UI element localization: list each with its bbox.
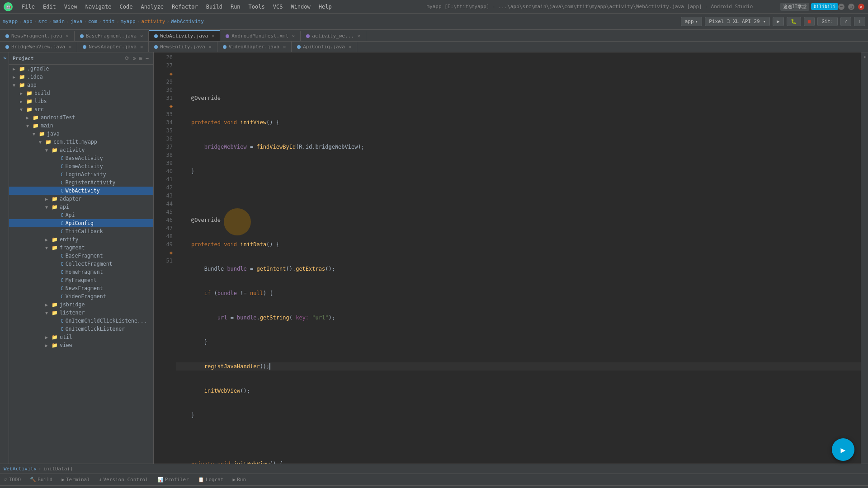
- tree-item-libs[interactable]: ▶ 📁 libs: [9, 97, 153, 105]
- bottom-breadcrumb-initdata[interactable]: initData(): [43, 466, 73, 472]
- app-selector[interactable]: app ▾: [681, 17, 703, 26]
- tree-item-util[interactable]: ▶ 📁 util: [9, 333, 153, 341]
- menu-build[interactable]: Build: [203, 3, 226, 11]
- sidebar-collapse-btn[interactable]: −: [145, 54, 150, 62]
- tree-item-app[interactable]: ▼ 📁 app: [9, 81, 153, 89]
- menu-edit[interactable]: Edit: [39, 3, 60, 11]
- stop-button[interactable]: ■: [804, 17, 815, 26]
- tree-item-idea[interactable]: ▶ 📁 .idea: [9, 73, 153, 81]
- tab-activity-xml[interactable]: activity_we... ✕: [301, 31, 366, 41]
- tree-item-onitemclick[interactable]: ▶ C OnItemClickListener: [9, 325, 153, 333]
- tab-basefragment-close[interactable]: ✕: [140, 33, 143, 38]
- tree-item-homeactivity[interactable]: ▶ C HomeActivity: [9, 162, 153, 170]
- run-button[interactable]: ▶: [773, 17, 784, 26]
- menu-file[interactable]: File: [18, 3, 38, 11]
- sidebar-expand-btn[interactable]: ⊞: [138, 54, 143, 62]
- menu-refactor[interactable]: Refactor: [168, 3, 202, 11]
- tree-item-videofragment[interactable]: ▶ C VideoFragment: [9, 292, 153, 300]
- bottom-tab-vcs[interactable]: ↕ Version Control: [96, 476, 151, 483]
- bottom-tab-todo[interactable]: ☑ TODO: [2, 476, 24, 483]
- tab-newsfragment-close[interactable]: ✕: [66, 33, 69, 38]
- tree-item-collectfragment[interactable]: ▶ C CollectFragment: [9, 260, 153, 268]
- menu-help[interactable]: Help: [315, 3, 335, 11]
- tree-item-ttitcallback[interactable]: ▶ C TtitCallback: [9, 227, 153, 235]
- tab-apiconfig-close[interactable]: ✕: [349, 44, 351, 49]
- tree-item-onitemchild[interactable]: ▶ C OnItemChildClickListene...: [9, 317, 153, 325]
- tree-item-fragment[interactable]: ▼ 📁 fragment: [9, 244, 153, 252]
- tree-item-apiconfig-class[interactable]: ▶ C ApiConfig: [9, 219, 153, 227]
- tab-webactivity-close[interactable]: ✕: [212, 33, 214, 38]
- tab-newsentity-close[interactable]: ✕: [209, 44, 212, 49]
- menu-view[interactable]: View: [61, 3, 81, 11]
- menu-tools[interactable]: Tools: [245, 3, 269, 11]
- breadcrumb-app[interactable]: app: [24, 19, 33, 24]
- brand-bilibili[interactable]: bilibili: [811, 3, 838, 10]
- right-panel-icon[interactable]: ≡: [862, 56, 868, 61]
- tree-item-gradle[interactable]: ▶ 📁 .gradle: [9, 65, 153, 73]
- vbar-project-icon[interactable]: P: [1, 54, 8, 61]
- git-push[interactable]: ↑: [854, 17, 865, 26]
- breadcrumb-main[interactable]: main: [53, 19, 65, 24]
- tab-videoadapter-close[interactable]: ✕: [283, 44, 286, 49]
- bottom-breadcrumb-webactivity[interactable]: WebActivity: [4, 466, 37, 472]
- sidebar-gear-btn[interactable]: ⚙: [132, 54, 137, 62]
- tree-item-build[interactable]: ▶ 📁 build: [9, 89, 153, 97]
- tree-item-activity-folder[interactable]: ▼ 📁 activity: [9, 146, 153, 154]
- tree-item-homefragment[interactable]: ▶ C HomeFragment: [9, 268, 153, 276]
- code-content[interactable]: @Override protected void initView() { br…: [176, 52, 861, 464]
- breadcrumb-src[interactable]: src: [38, 19, 47, 24]
- tab-activity-xml-close[interactable]: ✕: [358, 33, 360, 38]
- tree-item-basefragment[interactable]: ▶ C BaseFragment: [9, 252, 153, 260]
- bottom-tab-terminal[interactable]: ▶ Terminal: [59, 476, 93, 483]
- tab-newsadapter-close[interactable]: ✕: [140, 44, 143, 49]
- maximize-button[interactable]: □: [848, 4, 854, 10]
- tab-androidmanifest[interactable]: AndroidManifest.xml ✕: [220, 31, 301, 41]
- tree-item-newsfragment-tree[interactable]: ▶ C NewsFragment: [9, 284, 153, 292]
- breadcrumb-activity[interactable]: activity: [141, 19, 165, 24]
- menu-vcs[interactable]: VCS: [269, 3, 287, 11]
- menu-code[interactable]: Code: [116, 3, 137, 11]
- tab-apiconfig[interactable]: ApiConfig.java ✕: [292, 42, 357, 52]
- bilibili-float-button[interactable]: ▶: [832, 438, 854, 461]
- code-editor[interactable]: 26 27 ◈ 29 30 31 ◈ 33 34 35 36 37 38 39 …: [154, 52, 861, 464]
- tree-item-webactivity[interactable]: ▶ C WebActivity: [9, 187, 153, 195]
- bottom-tab-build[interactable]: 🔨 Build: [27, 476, 55, 483]
- tree-item-baseactivity[interactable]: ▶ C BaseActivity: [9, 154, 153, 162]
- tree-item-androidtest[interactable]: ▶ 📁 androidTest: [9, 113, 153, 122]
- tree-item-myfragment[interactable]: ▶ C MyFragment: [9, 276, 153, 284]
- tree-item-view[interactable]: ▶ 📁 view: [9, 341, 153, 349]
- menu-navigate[interactable]: Navigate: [82, 3, 115, 11]
- tab-bridgewebview-close[interactable]: ✕: [69, 44, 71, 49]
- tab-webactivity[interactable]: WebActivity.java ✕: [149, 30, 220, 41]
- tab-androidmanifest-close[interactable]: ✕: [292, 33, 295, 38]
- tab-videoadapter[interactable]: VideoAdapter.java ✕: [217, 42, 292, 52]
- bottom-tab-run[interactable]: ▶ Run: [230, 476, 249, 483]
- bottom-tab-profiler[interactable]: 📊 Profiler: [155, 476, 192, 483]
- breadcrumb-webactivity[interactable]: WebActivity: [171, 19, 204, 24]
- tree-item-src[interactable]: ▼ 📁 src: [9, 105, 153, 113]
- tab-newsentity[interactable]: NewsEntity.java ✕: [149, 42, 217, 52]
- device-selector[interactable]: Pixel 3 XL API 29 ▾: [705, 17, 770, 26]
- brand-tutuit[interactable]: 途途IT学堂: [780, 3, 809, 11]
- tab-newsfragment[interactable]: NewsFragment.java ✕: [0, 31, 75, 41]
- close-button[interactable]: ✕: [858, 4, 864, 10]
- tree-item-package[interactable]: ▼ 📁 com.ttit.myapp: [9, 138, 153, 146]
- tree-item-loginactivity[interactable]: ▶ C LoginActivity: [9, 170, 153, 178]
- sidebar-sync-btn[interactable]: ⟳: [124, 54, 130, 62]
- tab-bridgewebview[interactable]: BridgeWebView.java ✕: [0, 42, 77, 52]
- tree-item-listener[interactable]: ▼ 📁 listener: [9, 309, 153, 317]
- tree-item-adapter[interactable]: ▶ 📁 adapter: [9, 195, 153, 203]
- minimize-button[interactable]: ─: [838, 4, 844, 10]
- menu-analyze[interactable]: Analyze: [137, 3, 167, 11]
- git-commit[interactable]: ✓: [840, 17, 852, 26]
- tree-item-entity[interactable]: ▶ 📁 entity: [9, 235, 153, 244]
- breadcrumb-com[interactable]: com: [88, 19, 97, 24]
- tree-item-main[interactable]: ▼ 📁 main: [9, 122, 153, 130]
- tree-item-registeractivity[interactable]: ▶ C RegisterActivity: [9, 178, 153, 187]
- breadcrumb-ttit[interactable]: ttit: [103, 19, 115, 24]
- tab-newsadapter[interactable]: NewsAdapter.java ✕: [77, 42, 149, 52]
- tab-basefragment[interactable]: BaseFragment.java ✕: [75, 31, 149, 41]
- tree-item-java[interactable]: ▼ 📁 java: [9, 130, 153, 138]
- debug-button[interactable]: 🐛: [787, 17, 801, 26]
- breadcrumb-java[interactable]: java: [71, 19, 83, 24]
